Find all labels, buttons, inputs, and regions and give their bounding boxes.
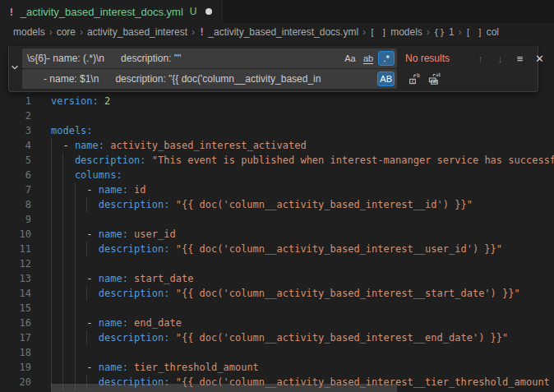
replace-button[interactable]: b c [405, 71, 422, 88]
code-editor[interactable]: 1version: 223models:4- name: activity_ba… [0, 41, 554, 392]
find-widget-rows: Aa ab .* No results ↑ ↓ ≡ ✕ AB b c [21, 46, 552, 91]
breadcrumb-item-models[interactable]: models [13, 26, 45, 38]
code-line[interactable]: 18 [0, 345, 554, 360]
breadcrumb-label: 1 [449, 26, 455, 38]
line-number[interactable]: 13 [0, 271, 31, 286]
code-token: models: [51, 125, 93, 136]
line-number[interactable]: 17 [0, 330, 31, 345]
code-line[interactable]: 4- name: activity_based_interest_activat… [0, 138, 554, 153]
code-line[interactable]: 19- name: tier_threshold_amount [0, 360, 554, 375]
code-line[interactable]: 8description: "{{ doc('column__activity_… [0, 197, 554, 212]
indent-guide [75, 316, 86, 330]
line-number[interactable]: 4 [0, 138, 31, 153]
find-previous-button[interactable]: ↑ [472, 50, 489, 67]
indent-guide [51, 138, 62, 153]
code-token: activity_based_interest_activated [104, 140, 307, 151]
code-token: name: [99, 362, 128, 373]
indent-guide [62, 286, 74, 301]
code-line[interactable]: 5description: "This event is published w… [0, 153, 554, 168]
preserve-case-toggle[interactable]: AB [377, 71, 395, 86]
indent-guide [62, 301, 74, 316]
whole-word-toggle[interactable]: ab [360, 51, 376, 66]
line-number[interactable]: 7 [0, 182, 31, 197]
code-token: description: [99, 288, 170, 299]
code-line-text: description: "{{ doc('column__activity_b… [51, 330, 508, 345]
line-number[interactable]: 18 [0, 345, 31, 360]
indent-guide [62, 212, 74, 227]
line-number[interactable]: 15 [0, 301, 31, 316]
breadcrumb-item-1[interactable]: {}1 [434, 26, 455, 38]
line-number[interactable]: 8 [0, 197, 31, 212]
code-line[interactable]: 6columns: [0, 168, 554, 182]
indent-guide [62, 153, 74, 168]
breadcrumb-separator-icon: › [192, 26, 195, 38]
code-token: description: [99, 199, 170, 210]
match-case-toggle[interactable]: Aa [342, 51, 358, 66]
line-number[interactable]: 1 [0, 94, 31, 108]
symbol-array-icon: [ ] [466, 28, 483, 37]
horizontal-scrollbar[interactable] [51, 384, 397, 392]
line-number[interactable]: 16 [0, 316, 31, 330]
breadcrumb-label: models [390, 26, 422, 38]
breadcrumb-item-models[interactable]: [ ]models [370, 26, 422, 38]
whole-word-icon: ab [363, 53, 373, 63]
code-token: version: [51, 95, 99, 107]
replace-all-icon: ab ac [427, 72, 441, 85]
code-line-text: description: "{{ doc('column__activity_b… [51, 197, 473, 212]
find-next-button[interactable]: ↓ [492, 50, 509, 67]
line-number[interactable]: 10 [0, 227, 31, 242]
code-line[interactable]: 15 [0, 301, 554, 316]
code-token: description: [99, 332, 170, 344]
code-token: - [86, 273, 98, 284]
breadcrumb-separator-icon: › [427, 26, 430, 38]
line-number[interactable]: 19 [0, 360, 31, 375]
breadcrumb-separator-icon: › [80, 26, 83, 38]
line-number[interactable]: 14 [0, 286, 31, 301]
code-line[interactable]: 3models: [0, 123, 554, 138]
line-number[interactable]: 5 [0, 153, 31, 168]
code-line[interactable]: 17description: "{{ doc('column__activity… [0, 330, 554, 345]
code-line[interactable]: 7- name: id [0, 182, 554, 197]
regex-toggle[interactable]: .* [378, 51, 395, 66]
breadcrumb-separator-icon: › [459, 26, 462, 38]
code-line[interactable]: 2 [0, 108, 554, 123]
indent-guide [62, 316, 74, 330]
breadcrumb-item-core[interactable]: core [57, 26, 76, 38]
code-line[interactable]: 13- name: start_date [0, 271, 554, 286]
indent-guide [62, 227, 74, 242]
code-token: tier_threshold_amount [128, 362, 259, 373]
code-line[interactable]: 11description: "{{ doc('column__activity… [0, 242, 554, 256]
modified-indicator-icon[interactable] [205, 8, 212, 15]
code-line[interactable]: 14description: "{{ doc('column__activity… [0, 286, 554, 301]
code-line-text: columns: [51, 168, 122, 182]
code-line-text: - name: end_date [51, 316, 182, 330]
code-line[interactable]: 12 [0, 256, 554, 271]
code-line[interactable]: 16- name: end_date [0, 316, 554, 330]
yaml-file-icon: ! [199, 26, 205, 38]
find-input[interactable] [27, 53, 340, 64]
line-number[interactable]: 11 [0, 242, 31, 256]
indent-guide [51, 360, 62, 375]
breadcrumb-item-col[interactable]: [ ]col [466, 26, 499, 38]
line-number[interactable]: 6 [0, 168, 31, 182]
line-number[interactable]: 20 [0, 375, 31, 390]
code-token: description: [75, 154, 146, 166]
line-number[interactable]: 2 [0, 108, 31, 123]
replace-all-button[interactable]: ab ac [425, 71, 442, 88]
code-line[interactable]: 10- name: user_id [0, 227, 554, 242]
indent-guide [51, 197, 62, 212]
breadcrumb: models›core›activity_based_interest›!_ac… [0, 23, 554, 41]
code-token: - [86, 184, 98, 196]
code-line[interactable]: 1version: 2 [0, 94, 554, 108]
breadcrumb-item-activity-based-interest[interactable]: activity_based_interest [87, 26, 187, 38]
code-line[interactable]: 9 [0, 212, 554, 227]
tab-activity-based-interest-docs[interactable]: ! _activity_based_interest_docs.yml U [0, 0, 223, 23]
toggle-replace-button[interactable] [9, 46, 21, 91]
replace-input[interactable] [27, 73, 376, 85]
close-find-widget-button[interactable]: ✕ [531, 50, 548, 67]
line-number[interactable]: 9 [0, 212, 31, 227]
line-number[interactable]: 12 [0, 256, 31, 271]
breadcrumb-item--activity-based-interest-docs-yml[interactable]: !_activity_based_interest_docs.yml [199, 26, 358, 38]
line-number[interactable]: 3 [0, 123, 31, 138]
find-in-selection-button[interactable]: ≡ [511, 50, 529, 67]
